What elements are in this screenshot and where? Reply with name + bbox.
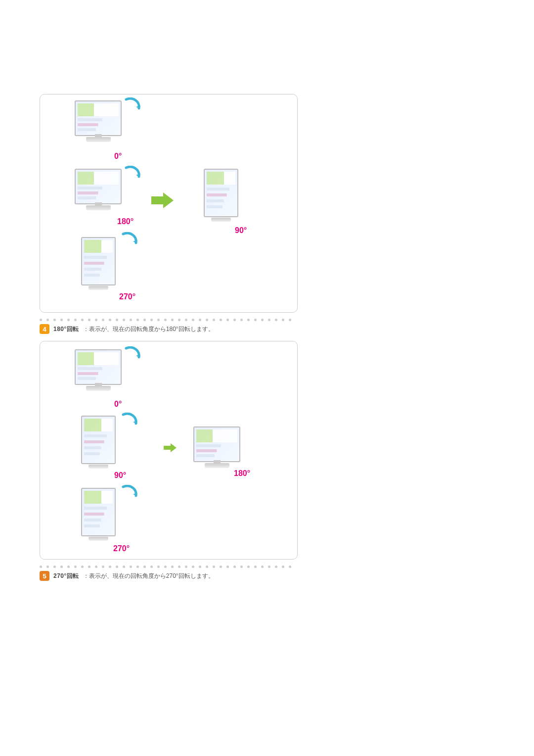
rotate-arrow-icon: [119, 485, 139, 503]
rotation-diagram-90: 0° 180° 270° 90°: [40, 94, 298, 313]
page: 0° 180° 270° 90° 4: [0, 0, 534, 756]
rotate-arrow-icon: [122, 166, 142, 184]
monitor-270deg: [79, 237, 118, 291]
bullet5-title: 270°回転: [53, 572, 79, 580]
label-270deg: 270°: [113, 544, 130, 553]
monitor-180deg-result: [193, 426, 240, 471]
monitor-90deg-result: [201, 169, 241, 223]
bullet-number-5: 5: [40, 571, 49, 581]
monitor-0deg: [75, 100, 122, 145]
rotate-arrow-icon: [119, 232, 139, 250]
separator-dots: [40, 319, 297, 321]
bullet5-desc: ：表示が、現在の回転角度から270°回転します。: [83, 572, 214, 580]
label-270deg: 270°: [119, 292, 135, 301]
label-90deg: 90°: [114, 471, 126, 480]
label-0deg: 0°: [114, 400, 122, 409]
label-180deg: 180°: [234, 469, 250, 478]
monitor-0deg: [75, 349, 122, 394]
bullet-number-4: 4: [40, 324, 49, 334]
monitor-90deg: [79, 416, 118, 470]
label-90deg: 90°: [235, 226, 247, 235]
rotate-arrow-icon: [122, 97, 142, 115]
label-0deg: 0°: [114, 152, 122, 161]
bullet4-title: 180°回転: [53, 325, 79, 333]
separator-dots: [40, 566, 297, 568]
rotate-arrow-icon: [119, 413, 139, 430]
result-arrow-icon: [164, 443, 177, 452]
monitor-180deg: [75, 169, 122, 213]
bullet-item-5: 5 270°回転 ：表示が、現在の回転角度から270°回転します。: [40, 571, 534, 581]
bullet-item-4: 4 180°回転 ：表示が、現在の回転角度から180°回転します。: [40, 324, 534, 334]
monitor-270deg: [79, 488, 118, 542]
label-180deg: 180°: [117, 217, 134, 226]
result-arrow-icon: [151, 192, 174, 208]
rotate-arrow-icon: [122, 346, 142, 364]
rotation-diagram-180: 0° 90° 270° 180°: [40, 341, 298, 560]
bullet4-desc: ：表示が、現在の回転角度から180°回転します。: [83, 325, 214, 333]
